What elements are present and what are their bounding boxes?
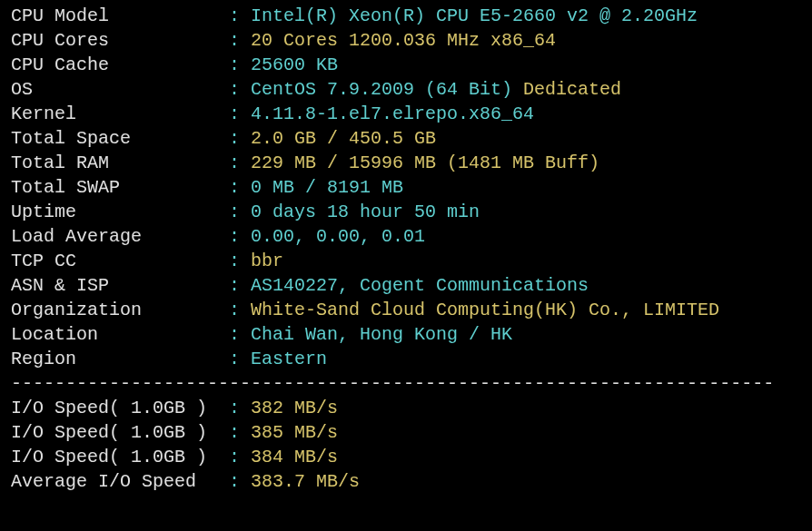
info-row: Region: Eastern xyxy=(11,347,801,371)
io-row: Average I/O Speed: 383.7 MB/s xyxy=(11,469,801,494)
io-row-value: 385 MB/s xyxy=(251,422,338,443)
row-value-segment: 25600 KB xyxy=(251,54,338,75)
colon-separator: : xyxy=(229,447,251,467)
info-row: Total Space: 2.0 GB / 450.5 GB xyxy=(11,126,801,151)
row-label: CPU Cache xyxy=(11,53,229,77)
row-value-segment: Chai Wan, Hong Kong / HK xyxy=(251,324,512,345)
row-value-segment: White-Sand Cloud Computing(HK) Co., LIMI… xyxy=(251,300,719,320)
row-label: Load Average xyxy=(11,224,229,249)
row-label: Uptime xyxy=(11,200,229,224)
row-value-segment: AS140227, Cogent Communications xyxy=(251,275,589,296)
row-label: Total Space xyxy=(11,126,229,151)
io-row: I/O Speed( 1.0GB ): 385 MB/s xyxy=(11,420,801,445)
io-row-label: Average I/O Speed xyxy=(11,469,229,494)
io-row-value: 384 MB/s xyxy=(251,447,338,467)
io-row-label: I/O Speed( 1.0GB ) xyxy=(11,396,229,420)
colon-separator: : xyxy=(229,54,251,75)
row-value-segment: Eastern xyxy=(251,349,327,369)
info-row: TCP CC: bbr xyxy=(11,249,801,273)
info-row: CPU Model: Intel(R) Xeon(R) CPU E5-2660 … xyxy=(11,4,801,28)
row-label: CPU Model xyxy=(11,4,229,28)
colon-separator: : xyxy=(229,324,251,345)
io-row-value: 382 MB/s xyxy=(251,398,338,418)
info-row: Load Average: 0.00, 0.00, 0.01 xyxy=(11,224,801,249)
row-value-segment: 4.11.8-1.el7.elrepo.x86_64 xyxy=(251,103,534,124)
info-row: Total RAM: 229 MB / 15996 MB (1481 MB Bu… xyxy=(11,151,801,175)
row-label: Total SWAP xyxy=(11,175,229,200)
colon-separator: : xyxy=(229,398,251,418)
colon-separator: : xyxy=(229,202,251,222)
row-label: Total RAM xyxy=(11,151,229,175)
row-value-segment: 0 days 18 hour 50 min xyxy=(251,202,480,222)
row-label: CPU Cores xyxy=(11,28,229,53)
info-row: OS: CentOS 7.9.2009 (64 Bit) Dedicated xyxy=(11,77,801,102)
info-row: Uptime: 0 days 18 hour 50 min xyxy=(11,200,801,224)
colon-separator: : xyxy=(229,103,251,124)
info-row: CPU Cores: 20 Cores 1200.036 MHz x86_64 xyxy=(11,28,801,53)
row-label: Kernel xyxy=(11,102,229,126)
colon-separator: : xyxy=(229,471,251,492)
row-label: OS xyxy=(11,77,229,102)
colon-separator: : xyxy=(229,226,251,247)
colon-separator: : xyxy=(229,79,251,100)
row-label: ASN & ISP xyxy=(11,273,229,298)
io-row-value: 383.7 MB/s xyxy=(251,471,360,492)
row-value-segment: 2.0 GB / 450.5 GB xyxy=(251,128,436,149)
info-row: Organization: White-Sand Cloud Computing… xyxy=(11,298,801,322)
info-row: ASN & ISP: AS140227, Cogent Communicatio… xyxy=(11,273,801,298)
io-row: I/O Speed( 1.0GB ): 382 MB/s xyxy=(11,396,801,420)
info-row: Location: Chai Wan, Hong Kong / HK xyxy=(11,322,801,347)
row-label: Location xyxy=(11,322,229,347)
colon-separator: : xyxy=(229,300,251,320)
row-label: Organization xyxy=(11,298,229,322)
colon-separator: : xyxy=(229,251,251,271)
colon-separator: : xyxy=(229,349,251,369)
row-value-segment: Intel(R) Xeon(R) CPU E5-2660 v2 @ 2.20GH… xyxy=(251,5,698,26)
io-row: I/O Speed( 1.0GB ): 384 MB/s xyxy=(11,445,801,469)
terminal-output: CPU Model: Intel(R) Xeon(R) CPU E5-2660 … xyxy=(11,4,801,494)
io-row-label: I/O Speed( 1.0GB ) xyxy=(11,445,229,469)
row-value-segment: 20 Cores 1200.036 MHz x86_64 xyxy=(251,30,556,51)
io-row-label: I/O Speed( 1.0GB ) xyxy=(11,420,229,445)
info-row: Kernel: 4.11.8-1.el7.elrepo.x86_64 xyxy=(11,102,801,126)
colon-separator: : xyxy=(229,128,251,149)
row-value-segment: 229 MB / 15996 MB (1481 MB Buff) xyxy=(251,152,599,173)
row-value-segment: Dedicated xyxy=(512,79,621,100)
row-value-segment: CentOS 7.9.2009 (64 Bit) xyxy=(251,79,512,100)
colon-separator: : xyxy=(229,177,251,198)
row-value-segment: 0 MB / 8191 MB xyxy=(251,177,403,198)
colon-separator: : xyxy=(229,5,251,26)
info-row: Total SWAP: 0 MB / 8191 MB xyxy=(11,175,801,200)
row-label: Region xyxy=(11,347,229,371)
colon-separator: : xyxy=(229,152,251,173)
colon-separator: : xyxy=(229,422,251,443)
info-row: CPU Cache: 25600 KB xyxy=(11,53,801,77)
colon-separator: : xyxy=(229,275,251,296)
row-label: TCP CC xyxy=(11,249,229,273)
row-value-segment: bbr xyxy=(251,251,283,271)
divider-line: ----------------------------------------… xyxy=(11,371,801,396)
row-value-segment: 0.00, 0.00, 0.01 xyxy=(251,226,425,247)
colon-separator: : xyxy=(229,30,251,51)
